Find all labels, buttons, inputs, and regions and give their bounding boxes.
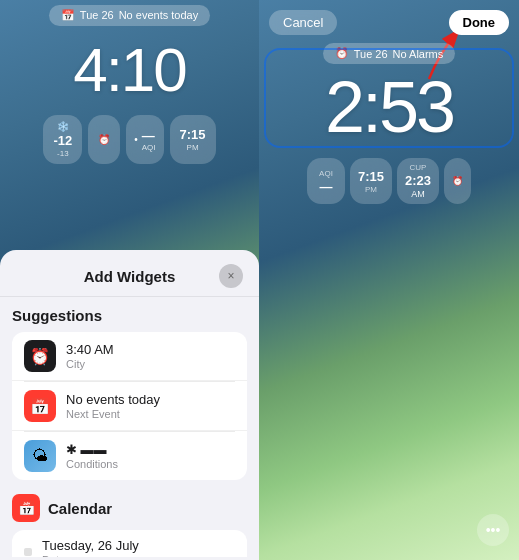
calendar-cat-icon: 📅: [12, 494, 40, 522]
cal-cat-emoji: 📅: [18, 500, 35, 516]
time-val-r: 7:15: [358, 169, 384, 184]
suggestion-calendar[interactable]: 📅 No events today Next Event: [12, 382, 247, 431]
sheet-header: Add Widgets ×: [0, 250, 259, 297]
left-status-bar: 📅 Tue 26 No events today: [0, 0, 259, 30]
dots-button[interactable]: •••: [477, 514, 509, 546]
suggestion-cal-sub: Next Event: [66, 408, 235, 420]
temp-icon: ❄️: [57, 121, 69, 132]
cup-label-r: CUP: [410, 163, 427, 172]
aqi-val-r: —: [319, 179, 332, 194]
calendar-items-group: Tuesday, 26 July Date 📅 No events today …: [12, 530, 247, 557]
close-icon: ×: [227, 269, 234, 283]
suggestion-clock-main: 3:40 AM: [66, 342, 235, 357]
left-panel: 📅 Tue 26 No events today 4:10 ❄️ -12 -13…: [0, 0, 259, 560]
aqi-dot: •: [134, 134, 138, 145]
alarm-icon: ⏰: [98, 134, 110, 145]
time-widget-label: PM: [187, 143, 199, 152]
dots-icon: •••: [486, 522, 501, 538]
suggestion-clock-sub: City: [66, 358, 235, 370]
alarm-widget[interactable]: ⏰: [88, 115, 120, 164]
calendar-category-row: 📅 Calendar: [12, 494, 247, 522]
suggestion-weather-text: ✱ ▬▬ Conditions: [66, 442, 235, 470]
aqi-value: —: [142, 128, 156, 143]
suggestion-clock[interactable]: ⏰ 3:40 AM City: [12, 332, 247, 381]
suggestion-cal-main: No events today: [66, 392, 235, 407]
right-aqi-widget[interactable]: AQI —: [307, 158, 345, 204]
calendar-date-main: Tuesday, 26 July: [42, 538, 235, 553]
suggestion-clock-icon: ⏰: [24, 340, 56, 372]
right-content: Cancel Done ⏰ Tue 26 No Alarms 2:53 AQI …: [259, 0, 519, 204]
alarm-icon-right: ⏰: [335, 47, 349, 60]
cup-sub-r: AM: [411, 189, 425, 199]
left-status-pill: 📅 Tue 26 No events today: [49, 5, 210, 26]
sheet-close-button[interactable]: ×: [219, 264, 243, 288]
right-panel: Cancel Done ⏰ Tue 26 No Alarms 2:53 AQI …: [259, 0, 519, 560]
cup-val-r: 2:23: [405, 173, 431, 188]
aqi-widget[interactable]: • — AQI: [126, 115, 163, 164]
suggestions-group: ⏰ 3:40 AM City 📅 No events today Next Ev…: [12, 332, 247, 480]
left-status-text: Tue 26: [80, 9, 114, 21]
time-label-r: PM: [365, 185, 377, 194]
suggestion-weather-main: ✱ ▬▬: [66, 442, 235, 457]
suggestion-cal-icon: 📅: [24, 390, 56, 422]
calendar-date-item[interactable]: Tuesday, 26 July Date: [12, 530, 247, 557]
add-widgets-sheet: Add Widgets × Suggestions ⏰ 3:40 AM City: [0, 250, 259, 560]
alarm-widget-icon-r: ⏰: [452, 176, 463, 186]
calendar-date-text: Tuesday, 26 July Date: [42, 538, 235, 557]
aqi-label-r: AQI: [319, 169, 333, 178]
suggestion-clock-text: 3:40 AM City: [66, 342, 235, 370]
aqi-label: AQI: [142, 143, 156, 152]
sheet-title: Add Widgets: [40, 268, 219, 285]
right-time-widget[interactable]: 7:15 PM: [350, 158, 392, 204]
temperature-widget[interactable]: ❄️ -12 -13: [43, 115, 82, 164]
weather-emoji: 🌤: [32, 447, 48, 465]
left-event-text: No events today: [119, 9, 199, 21]
right-widget-row: AQI — 7:15 PM CUP 2:23 AM ⏰: [259, 158, 519, 204]
sheet-body[interactable]: Suggestions ⏰ 3:40 AM City 📅: [0, 297, 259, 557]
suggestion-cal-text: No events today Next Event: [66, 392, 235, 420]
temp-sub: -13: [57, 149, 69, 158]
calendar-cat-label: Calendar: [48, 500, 112, 517]
top-buttons-row: Cancel Done: [259, 0, 519, 35]
right-time-display: 2:53: [259, 66, 519, 148]
calendar-date-preview: [24, 548, 32, 556]
time-widget[interactable]: 7:15 PM: [170, 115, 216, 164]
cal-emoji: 📅: [30, 397, 50, 416]
more-options-area: •••: [477, 514, 509, 546]
cancel-button[interactable]: Cancel: [269, 10, 337, 35]
right-status-pill: ⏰ Tue 26 No Alarms: [323, 43, 456, 64]
right-status-date: Tue 26: [354, 48, 388, 60]
calendar-icon-small: 📅: [61, 9, 75, 22]
done-button[interactable]: Done: [449, 10, 510, 35]
left-time-display: 4:10: [73, 34, 186, 105]
time-widget-value: 7:15: [180, 127, 206, 142]
right-cup-widget[interactable]: CUP 2:23 AM: [397, 158, 439, 204]
suggestion-weather-sub: Conditions: [66, 458, 235, 470]
suggestion-weather[interactable]: 🌤 ✱ ▬▬ Conditions: [12, 432, 247, 480]
clock-emoji: ⏰: [30, 347, 50, 366]
left-widget-row: ❄️ -12 -13 ⏰ • — AQI 7:15 PM: [31, 115, 227, 164]
suggestions-label: Suggestions: [12, 307, 247, 324]
temp-value: -12: [53, 133, 72, 148]
right-alarm-widget[interactable]: ⏰: [444, 158, 471, 204]
suggestion-weather-icon: 🌤: [24, 440, 56, 472]
calendar-date-sub: Date: [42, 554, 235, 557]
right-status-text: No Alarms: [393, 48, 444, 60]
